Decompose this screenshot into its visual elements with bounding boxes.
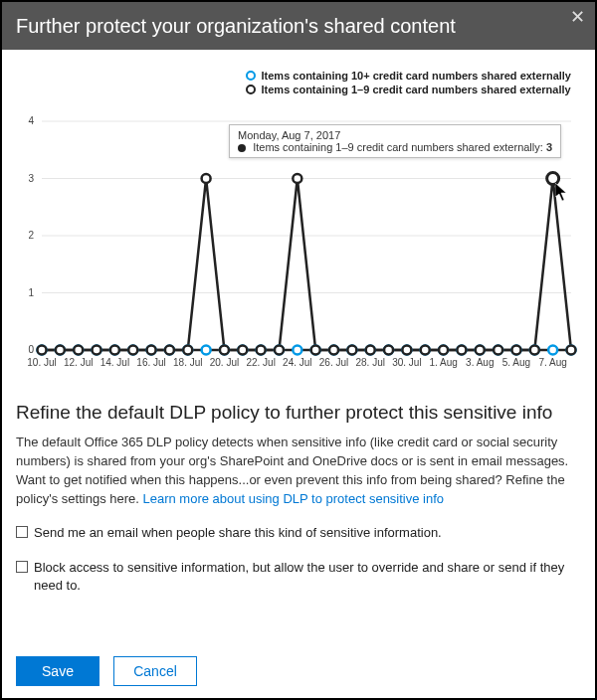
svg-point-87 [347,346,356,355]
legend-label-0: Items containing 10+ credit card numbers… [262,70,571,82]
checkbox-email[interactable] [16,526,28,538]
svg-point-80 [220,346,229,355]
svg-point-97 [530,346,539,355]
svg-text:30. Jul: 30. Jul [392,357,421,368]
svg-point-49 [202,346,211,355]
svg-point-77 [165,346,174,355]
chart-tooltip: Monday, Aug 7, 2017 Items containing 1–9… [229,124,561,158]
svg-point-54 [293,346,301,355]
body-section: Refine the default DLP policy to further… [16,402,581,595]
svg-text:3. Aug: 3. Aug [466,357,494,368]
close-icon[interactable]: ✕ [570,8,585,26]
svg-point-99 [567,346,576,355]
svg-text:26. Jul: 26. Jul [319,357,348,368]
svg-point-94 [476,346,485,355]
svg-text:4: 4 [28,115,34,126]
svg-point-70 [38,346,47,355]
checkbox-block[interactable] [16,561,28,573]
svg-point-75 [128,346,137,355]
svg-text:22. Jul: 22. Jul [246,357,275,368]
svg-point-76 [147,346,156,355]
svg-point-71 [56,346,65,355]
svg-point-85 [311,346,320,355]
svg-point-73 [93,346,101,355]
svg-text:24. Jul: 24. Jul [283,357,311,368]
svg-point-79 [202,174,211,183]
svg-point-74 [110,346,119,355]
svg-text:12. Jul: 12. Jul [64,357,93,368]
svg-point-91 [421,346,430,355]
learn-more-link[interactable]: Learn more about using DLP to protect se… [143,491,445,506]
svg-text:3: 3 [28,173,34,184]
svg-point-90 [402,346,411,355]
tooltip-marker-icon [238,144,246,152]
svg-text:5. Aug: 5. Aug [502,357,530,368]
dialog-title: Further protect your organization's shar… [16,15,456,38]
svg-point-86 [329,346,338,355]
svg-point-84 [293,174,301,183]
legend-label-1: Items containing 1–9 credit card numbers… [262,84,571,95]
svg-point-81 [238,346,247,355]
option-block-row: Block access to sensitive information, b… [16,559,581,595]
section-paragraph: The default Office 365 DLP policy detect… [16,434,581,508]
svg-text:7. Aug: 7. Aug [538,357,566,368]
legend-item-1: Items containing 1–9 credit card numbers… [246,84,571,95]
svg-point-95 [494,346,502,355]
svg-point-93 [457,346,466,355]
tooltip-date: Monday, Aug 7, 2017 [238,129,552,141]
svg-text:1: 1 [28,287,34,298]
dialog: Further protect your organization's shar… [0,0,597,700]
tooltip-series: Items containing 1–9 credit card numbers… [253,141,543,153]
svg-point-92 [439,346,448,355]
titlebar: Further protect your organization's shar… [2,2,595,50]
svg-point-83 [275,346,284,355]
svg-point-96 [511,346,520,355]
save-button[interactable]: Save [16,656,100,686]
tooltip-value: 3 [546,141,552,153]
svg-text:0: 0 [28,344,34,355]
svg-point-78 [183,346,192,355]
svg-point-89 [384,346,393,355]
legend-marker-icon [246,85,256,94]
chart-legend: Items containing 10+ credit card numbers… [246,70,571,97]
cancel-button[interactable]: Cancel [113,656,197,686]
svg-point-100 [547,173,559,185]
svg-text:14. Jul: 14. Jul [100,357,129,368]
option-block-label: Block access to sensitive information, b… [34,559,581,595]
svg-text:10. Jul: 10. Jul [27,357,56,368]
svg-point-68 [548,346,557,355]
svg-point-72 [74,346,83,355]
svg-text:28. Jul: 28. Jul [355,357,384,368]
legend-item-0: Items containing 10+ credit card numbers… [246,70,571,82]
svg-text:1. Aug: 1. Aug [429,357,457,368]
svg-text:20. Jul: 20. Jul [210,357,239,368]
svg-text:16. Jul: 16. Jul [136,357,165,368]
svg-text:2: 2 [28,230,34,241]
svg-point-82 [257,346,266,355]
button-row: Save Cancel [16,656,197,686]
svg-point-88 [366,346,375,355]
section-heading: Refine the default DLP policy to further… [16,402,581,424]
dialog-content: Items containing 10+ credit card numbers… [2,70,595,605]
chart-svg: 0123410. Jul12. Jul14. Jul16. Jul18. Jul… [16,70,579,376]
chart: Items containing 10+ credit card numbers… [16,70,581,376]
legend-marker-icon [246,71,256,81]
option-email-label: Send me an email when people share this … [34,524,442,542]
option-email-row: Send me an email when people share this … [16,524,581,542]
svg-text:18. Jul: 18. Jul [173,357,202,368]
